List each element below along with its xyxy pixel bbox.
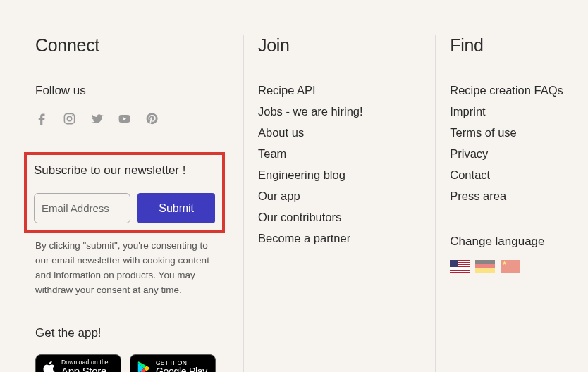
link-engineering-blog[interactable]: Engineering blog [258, 168, 345, 181]
instagram-link[interactable] [63, 112, 76, 125]
footer: Connect Follow us Subscribe to our newsl… [0, 0, 588, 372]
link-press-area[interactable]: Press area [450, 190, 506, 202]
facebook-link[interactable] [35, 112, 49, 125]
youtube-icon [118, 112, 131, 125]
flag-cn[interactable] [501, 260, 520, 273]
link-our-contributors[interactable]: Our contributors [258, 211, 341, 223]
link-terms[interactable]: Terms of use [450, 126, 516, 139]
link-recipe-api[interactable]: Recipe API [258, 84, 316, 97]
svg-point-2 [72, 115, 73, 116]
link-our-app[interactable]: Our app [258, 190, 300, 202]
youtube-link[interactable] [118, 112, 131, 125]
appstore-bottom-text: App Store [61, 366, 109, 372]
submit-button[interactable]: Submit [137, 193, 215, 223]
find-link-list: Recipe creation FAQs Imprint Terms of us… [450, 84, 567, 203]
twitter-icon [90, 112, 104, 125]
pinterest-icon [145, 112, 159, 125]
app-store-badge[interactable]: Download on the App Store [35, 354, 121, 372]
pinterest-link[interactable] [145, 112, 159, 125]
link-team[interactable]: Team [258, 147, 286, 160]
find-heading: Find [450, 35, 567, 56]
follow-us-label: Follow us [35, 84, 222, 98]
link-jobs[interactable]: Jobs - we are hiring! [258, 105, 363, 118]
twitter-link[interactable] [90, 112, 104, 125]
newsletter-highlight-box: Subscribe to our newsletter ! Submit [24, 152, 225, 233]
get-app-label: Get the app! [35, 326, 222, 340]
store-badges: Download on the App Store GET IT ON Goog… [35, 354, 222, 372]
column-join: Join Recipe API Jobs - we are hiring! Ab… [243, 35, 435, 372]
instagram-icon [63, 112, 76, 125]
apple-icon [42, 361, 57, 372]
email-input[interactable] [34, 193, 130, 223]
join-link-list: Recipe API Jobs - we are hiring! About u… [258, 84, 414, 245]
social-icons [35, 112, 222, 125]
join-heading: Join [258, 35, 414, 56]
link-recipe-faqs[interactable]: Recipe creation FAQs [450, 84, 563, 97]
flag-de[interactable] [475, 260, 495, 273]
newsletter-heading: Subscribe to our newsletter ! [34, 163, 215, 178]
flag-us[interactable] [450, 260, 470, 273]
language-flags [450, 260, 567, 273]
column-find: Find Recipe creation FAQs Imprint Terms … [435, 35, 588, 372]
link-become-partner[interactable]: Become a partner [258, 232, 350, 244]
newsletter-form: Submit [34, 193, 215, 223]
change-language-heading: Change language [450, 235, 567, 249]
link-about-us[interactable]: About us [258, 126, 304, 139]
gplay-bottom-text: Google Play [156, 366, 207, 372]
svg-point-1 [67, 116, 71, 120]
link-imprint[interactable]: Imprint [450, 105, 485, 118]
link-contact[interactable]: Contact [450, 168, 490, 181]
google-play-badge[interactable]: GET IT ON Google Play [130, 354, 216, 372]
consent-text: By clicking "submit", you're consenting … [35, 239, 219, 298]
link-privacy[interactable]: Privacy [450, 147, 488, 160]
google-play-icon [136, 361, 152, 372]
facebook-icon [35, 112, 49, 125]
column-connect: Connect Follow us Subscribe to our newsl… [35, 35, 243, 372]
connect-heading: Connect [35, 35, 222, 56]
